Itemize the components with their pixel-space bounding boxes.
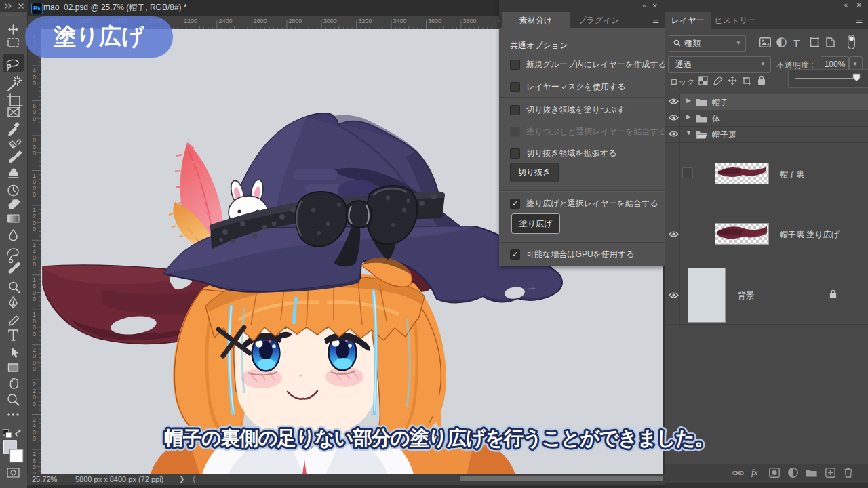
svg-text:0: 0 bbox=[33, 191, 36, 198]
svg-text:8: 8 bbox=[33, 318, 36, 325]
svg-text:1: 1 bbox=[33, 241, 36, 248]
svg-text:3200: 3200 bbox=[358, 18, 372, 24]
svg-text:0: 0 bbox=[33, 185, 36, 192]
svg-text:2: 2 bbox=[33, 213, 36, 220]
svg-text:0: 0 bbox=[33, 150, 36, 157]
svg-text:0: 0 bbox=[33, 220, 36, 226]
svg-text:1: 1 bbox=[33, 277, 36, 283]
svg-text:0: 0 bbox=[33, 324, 36, 331]
svg-text:2: 2 bbox=[33, 388, 36, 394]
svg-text:0: 0 bbox=[33, 331, 36, 338]
svg-text:0: 0 bbox=[33, 289, 36, 296]
svg-text:2600: 2600 bbox=[254, 18, 267, 24]
svg-text:2: 2 bbox=[33, 381, 36, 388]
svg-text:0: 0 bbox=[33, 352, 36, 359]
svg-text:1: 1 bbox=[33, 207, 36, 214]
svg-text:6: 6 bbox=[33, 102, 36, 109]
svg-text:0: 0 bbox=[33, 144, 36, 150]
svg-text:0: 0 bbox=[33, 178, 36, 185]
svg-text:0: 0 bbox=[33, 108, 36, 115]
svg-text:0: 0 bbox=[33, 401, 36, 407]
svg-text:0: 0 bbox=[33, 261, 36, 268]
svg-text:0: 0 bbox=[33, 464, 36, 470]
svg-text:0: 0 bbox=[33, 365, 36, 372]
svg-text:0: 0 bbox=[33, 254, 36, 261]
svg-text:3600: 3600 bbox=[428, 18, 441, 24]
svg-text:0: 0 bbox=[33, 226, 36, 232]
svg-text:帽子の裏側の足りない部分の塗り広げを行うことができました。: 帽子の裏側の足りない部分の塗り広げを行うことができました。 bbox=[164, 427, 713, 449]
svg-text:0: 0 bbox=[33, 115, 36, 122]
svg-text:2: 2 bbox=[33, 346, 36, 353]
svg-text:0: 0 bbox=[33, 74, 36, 81]
svg-text:4: 4 bbox=[33, 67, 36, 74]
svg-text:0: 0 bbox=[33, 80, 36, 87]
svg-text:8: 8 bbox=[33, 137, 36, 144]
svg-text:0: 0 bbox=[33, 296, 36, 302]
svg-text:2400: 2400 bbox=[218, 18, 232, 24]
svg-text:3400: 3400 bbox=[393, 18, 407, 24]
svg-text:3000: 3000 bbox=[323, 18, 337, 24]
svg-text:2200: 2200 bbox=[184, 18, 197, 24]
svg-text:0: 0 bbox=[33, 359, 36, 366]
svg-text:4: 4 bbox=[33, 248, 36, 255]
svg-text:1: 1 bbox=[33, 311, 36, 318]
svg-text:0: 0 bbox=[33, 394, 36, 401]
svg-text:3800: 3800 bbox=[463, 18, 477, 24]
svg-text:1: 1 bbox=[33, 172, 36, 179]
svg-text:6: 6 bbox=[33, 283, 36, 289]
svg-text:2800: 2800 bbox=[288, 18, 302, 24]
